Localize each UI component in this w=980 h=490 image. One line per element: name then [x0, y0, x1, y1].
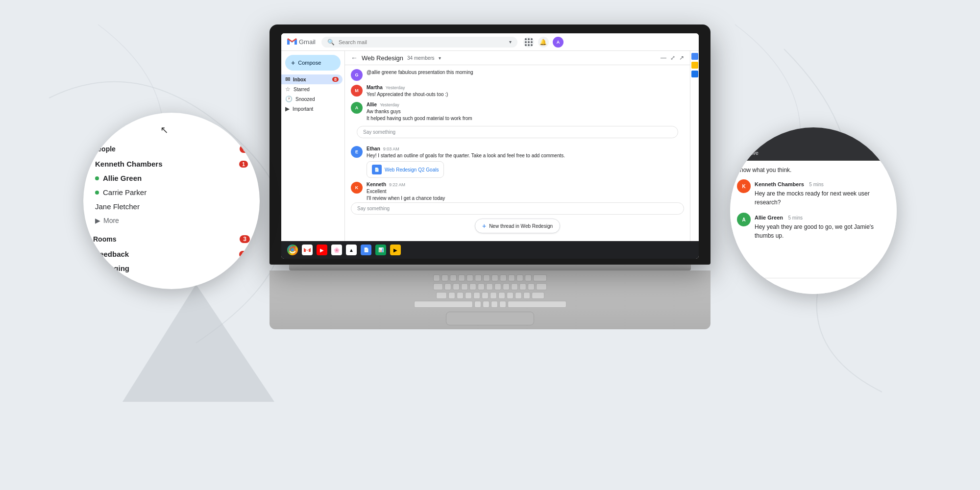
msg-avatar-2: A — [351, 102, 363, 114]
search-input[interactable] — [339, 39, 505, 45]
attachment-card[interactable]: 📄 Web Redesign Q2 Goals — [367, 161, 444, 178]
contact-name-kenneth: Kenneth Chambers — [95, 160, 163, 168]
taskbar-sheets-icon[interactable]: 📊 — [375, 245, 386, 255]
msg-time-4: 9:22 AM — [389, 182, 405, 187]
new-thread-label: New thread in Web Redesign — [489, 223, 553, 229]
gmail-app: Gmail 🔍 ▾ — [281, 33, 699, 259]
popup-minimize-button[interactable]: — — [863, 132, 870, 140]
preview-text: know what you think. — [737, 167, 890, 173]
reply-button[interactable]: Reply — [744, 283, 758, 289]
chat-members-count: 34 members — [407, 55, 435, 61]
msg-content-1: Martha Yesterday Yes! Appreciated the sh… — [367, 85, 684, 98]
tab-dark-blue[interactable] — [691, 71, 698, 77]
laptop-screen: Gmail 🔍 ▾ — [281, 33, 699, 259]
msg-name-4: Kenneth — [367, 182, 386, 187]
chevron-down-icon: ▾ — [509, 39, 512, 45]
circle-header-row: ↖ + — [93, 122, 250, 137]
msg-time-1: Yesterday — [386, 85, 405, 90]
popup-sender-time-kenneth: 5 mins — [809, 182, 823, 187]
msg-avatar-3: E — [351, 146, 363, 158]
taskbar: ▶ 🌸 ▲ 📄 📊 ▶ — [281, 241, 699, 259]
taskbar-play-icon[interactable]: ▶ — [390, 245, 401, 255]
msg-text-1: Yes! Appreciated the shout-outs too :) — [367, 91, 684, 98]
message-row-2: A Allie Yesterday Aw thanks guysIt helpe… — [351, 102, 684, 122]
message-row-1: M Martha Yesterday Yes! Appreciated the … — [351, 85, 684, 98]
laptop-screen-bezel: Gmail 🔍 ▾ — [270, 24, 710, 265]
inbox-badge: 8 — [332, 77, 339, 82]
taskbar-gmail-icon[interactable] — [302, 245, 313, 255]
back-icon[interactable]: ← — [351, 54, 358, 62]
gmail-sidebar: + Compose ✉ Inbox 8 ☆ Starred — [281, 51, 345, 241]
contact-row-carrie[interactable]: Carrie Parker — [93, 185, 250, 199]
room-badge-feedback: 3 — [239, 251, 248, 258]
attachment-doc-icon: 📄 — [372, 165, 382, 174]
say-something-2[interactable]: Say something — [351, 202, 684, 215]
popup-avatar-kenneth: K — [737, 179, 751, 193]
expand-icon[interactable]: ⤢ — [670, 54, 675, 61]
msg-content-2: Allie Yesterday Aw thanks guysIt helped … — [367, 102, 684, 122]
msg-text-0: @allie greene fabulous presentation this… — [367, 69, 684, 76]
user-avatar[interactable]: A — [553, 37, 564, 48]
sidebar-item-starred[interactable]: ☆ Starred — [281, 84, 343, 94]
more-row[interactable]: ▶ More — [93, 214, 250, 227]
add-contact-button[interactable]: + — [235, 122, 250, 137]
popout-icon[interactable]: ↗ — [679, 54, 684, 61]
notifications-button[interactable]: 🔔 — [538, 37, 549, 48]
gmail-body: + Compose ✉ Inbox 8 ☆ Starred — [281, 51, 699, 241]
chat-popup-body: know what you think. K Kenneth Chambers … — [730, 161, 897, 278]
rooms-section: Rooms 3 Feedback 3 Managing — [93, 235, 250, 275]
taskbar-chrome-icon[interactable] — [287, 245, 298, 255]
msg-name-1: Martha — [367, 85, 383, 90]
taskbar-docs-icon[interactable]: 📄 — [361, 245, 371, 255]
popup-sender-name-allie: Allie Green — [755, 215, 783, 220]
attachment-label: Web Redesign Q2 Goals — [385, 167, 439, 172]
new-thread-button[interactable]: + New thread in Web Redesign — [475, 219, 560, 233]
more-options-icon[interactable]: ⋮ — [882, 148, 890, 157]
popup-message-kenneth: K Kenneth Chambers 5 mins Hey are the mo… — [737, 179, 890, 207]
reply-plus-icon: + — [737, 282, 741, 290]
room-row-managing[interactable]: Managing — [93, 261, 250, 275]
sidebar-item-snoozed[interactable]: 🕐 Snoozed — [281, 94, 343, 104]
taskbar-photos-icon[interactable]: 🌸 — [331, 245, 342, 255]
room-row-feedback[interactable]: Feedback 3 — [93, 247, 250, 261]
room-name-feedback: Feedback — [95, 250, 129, 258]
rooms-badge: 3 — [240, 235, 250, 243]
contact-name-allie: Allie Green — [103, 174, 142, 182]
popup-sender-time-allie: 5 mins — [788, 215, 803, 220]
svg-point-2 — [291, 248, 294, 251]
compose-plus-icon: + — [291, 59, 295, 67]
gmail-m-icon — [287, 38, 297, 46]
sidebar-item-inbox[interactable]: ✉ Inbox 8 — [281, 74, 343, 84]
tab-blue[interactable] — [691, 53, 698, 60]
people-title-text: People — [93, 145, 116, 153]
laptop-keyboard — [270, 270, 710, 329]
grid-apps-button[interactable] — [523, 37, 534, 48]
popup-msg-body-allie: Hey yeah they are good to go, we got Jam… — [755, 222, 890, 240]
message-row-3: E Ethan 9:03 AM Hey! I started an outlin… — [351, 146, 684, 178]
members-dropdown-icon[interactable]: ▾ — [439, 55, 441, 61]
taskbar-drive-icon[interactable]: ▲ — [346, 245, 357, 255]
contact-name-jane: Jane Fletcher — [95, 202, 140, 211]
inbox-label: Inbox — [293, 77, 306, 82]
contact-row-kenneth[interactable]: Kenneth Chambers 1 — [93, 157, 250, 171]
right-panel-tabs — [690, 51, 699, 241]
rooms-title-text: Rooms — [93, 235, 116, 243]
people-section-title: People 1 — [93, 145, 250, 153]
msg-avatar-0: G — [351, 69, 363, 81]
popup-expand-button[interactable]: ⤢ — [874, 132, 880, 140]
contact-row-jane[interactable]: Jane Fletcher — [93, 199, 250, 214]
minimize-icon[interactable]: — — [661, 54, 666, 61]
gmail-search-bar[interactable]: 🔍 ▾ — [321, 37, 517, 48]
say-something-1[interactable]: Say something — [357, 126, 678, 138]
tab-yellow[interactable] — [691, 62, 698, 69]
chat-messages-area: G @allie greene fabulous presentation th… — [345, 65, 690, 202]
msg-text-4: ExcellentI'll review when I get a chance… — [367, 188, 684, 202]
popup-msg-content-allie: Allie Green 5 mins Hey yeah they are goo… — [755, 213, 890, 240]
message-row-4: K Kenneth 9:22 AM ExcellentI'll review w… — [351, 182, 684, 202]
popup-close-button[interactable]: ✕ — [884, 132, 890, 140]
important-icon: ▶ — [285, 105, 290, 112]
sidebar-item-important[interactable]: ▶ Important — [281, 104, 343, 114]
contact-row-allie[interactable]: Allie Green — [93, 171, 250, 185]
taskbar-youtube-icon[interactable]: ▶ — [317, 245, 327, 255]
compose-button[interactable]: + Compose — [285, 55, 341, 71]
